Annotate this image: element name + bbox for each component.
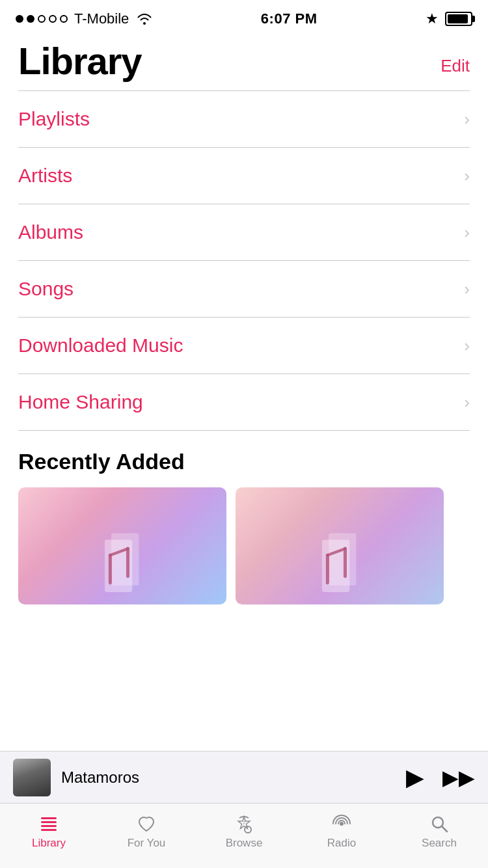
tab-bar: Library For You ♪ Browse Radio S (0, 803, 488, 868)
album-thumbnail-1[interactable] (18, 487, 226, 604)
tab-radio[interactable]: Radio (293, 810, 390, 850)
status-bar: T-Mobile 6:07 PM ★ (0, 0, 488, 34)
recently-added-title: Recently Added (0, 431, 488, 487)
svg-rect-5 (41, 821, 57, 823)
downloaded-label: Downloaded Music (18, 334, 183, 357)
tab-for-you-label: For You (128, 837, 166, 850)
tab-search[interactable]: Search (390, 810, 488, 850)
svg-rect-6 (41, 825, 57, 827)
signal-strength (16, 15, 68, 23)
tab-library-label: Library (32, 837, 66, 850)
library-item-songs[interactable]: Songs › (0, 261, 488, 317)
library-item-downloaded[interactable]: Downloaded Music › (0, 318, 488, 373)
thumbnail-image (13, 759, 51, 796)
edit-button[interactable]: Edit (441, 56, 470, 83)
tab-browse[interactable]: ♪ Browse (195, 810, 293, 850)
album-thumbnail-2[interactable] (236, 487, 444, 604)
signal-dot-3 (38, 15, 46, 23)
albums-label: Albums (18, 221, 83, 243)
battery-indicator (445, 12, 472, 26)
bluetooth-icon: ★ (426, 10, 439, 27)
chevron-icon: › (464, 166, 470, 186)
page-title: Library (18, 39, 142, 83)
now-playing-thumbnail (13, 759, 51, 796)
library-item-home-sharing[interactable]: Home Sharing › (0, 374, 488, 430)
svg-rect-7 (41, 829, 57, 831)
radio-tab-icon (332, 814, 351, 834)
signal-dot-2 (27, 15, 34, 23)
svg-point-8 (245, 826, 251, 833)
tab-for-you[interactable]: For You (98, 810, 195, 850)
apple-music-icon-2 (310, 528, 369, 599)
library-item-albums[interactable]: Albums › (0, 204, 488, 260)
library-item-artists[interactable]: Artists › (0, 148, 488, 204)
signal-dot-4 (49, 15, 57, 23)
for-you-tab-icon (137, 814, 156, 834)
chevron-icon: › (464, 336, 470, 356)
wifi-icon (137, 13, 152, 25)
library-item-playlists[interactable]: Playlists › (0, 91, 488, 147)
svg-text:♪: ♪ (243, 819, 246, 826)
play-pause-button[interactable]: ▶ (406, 764, 424, 791)
status-right: ★ (426, 10, 472, 27)
browse-tab-icon: ♪ (234, 814, 254, 834)
tab-library[interactable]: Library (0, 810, 98, 850)
home-sharing-label: Home Sharing (18, 391, 143, 413)
chevron-icon: › (464, 392, 470, 413)
chevron-icon: › (464, 109, 470, 129)
playlists-label: Playlists (18, 108, 90, 130)
playback-controls: ▶ ▶▶ (406, 764, 475, 791)
recently-added-section: Recently Added (0, 431, 488, 604)
library-tab-icon (39, 814, 59, 834)
artists-label: Artists (18, 165, 72, 187)
tab-search-label: Search (422, 837, 457, 850)
status-time: 6:07 PM (261, 10, 318, 27)
chevron-icon: › (464, 279, 470, 299)
svg-point-10 (340, 822, 344, 826)
signal-dot-1 (16, 15, 23, 23)
status-left: T-Mobile (16, 10, 152, 27)
now-playing-title: Matamoros (61, 768, 396, 787)
songs-label: Songs (18, 278, 74, 300)
page-header: Library Edit (0, 34, 488, 90)
search-tab-icon (429, 814, 449, 834)
signal-dot-5 (60, 15, 68, 23)
now-playing-bar[interactable]: Matamoros ▶ ▶▶ (0, 751, 488, 803)
battery-fill (448, 14, 468, 23)
svg-line-12 (442, 826, 447, 832)
carrier-name: T-Mobile (74, 10, 129, 27)
tab-browse-label: Browse (226, 837, 263, 850)
tab-radio-label: Radio (327, 837, 356, 850)
skip-forward-button[interactable]: ▶▶ (442, 765, 475, 790)
chevron-icon: › (464, 223, 470, 243)
svg-rect-4 (41, 817, 57, 819)
library-list: Playlists › Artists › Albums › Songs › D… (0, 91, 488, 431)
thumbnails-row (0, 487, 488, 604)
apple-music-icon-1 (93, 528, 152, 599)
